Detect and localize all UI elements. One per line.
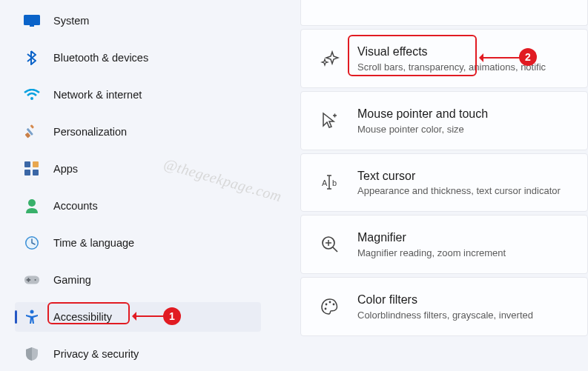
card-title: Color filters bbox=[357, 293, 533, 308]
sidebar-item-label: Network & internet bbox=[53, 89, 142, 101]
sidebar-item-accessibility[interactable]: Accessibility bbox=[15, 302, 261, 332]
card-mouse-pointer[interactable]: Mouse pointer and touch Mouse pointer co… bbox=[300, 91, 588, 150]
sidebar-item-label: Apps bbox=[53, 163, 78, 175]
text-cursor-icon: Ab bbox=[320, 173, 340, 192]
system-icon bbox=[24, 13, 40, 29]
svg-point-18 bbox=[30, 310, 34, 314]
card-title: Mouse pointer and touch bbox=[357, 107, 488, 122]
sidebar-item-label: Gaming bbox=[53, 274, 91, 286]
sidebar-item-time[interactable]: Time & language bbox=[15, 228, 261, 258]
apps-icon bbox=[24, 161, 40, 177]
svg-rect-5 bbox=[30, 124, 35, 129]
card-desc: Mouse pointer color, size bbox=[357, 124, 488, 135]
main-content: Visual effects Scroll bars, transparency… bbox=[271, 0, 588, 371]
svg-rect-7 bbox=[33, 161, 39, 167]
sidebar-item-privacy[interactable]: Privacy & security bbox=[15, 339, 261, 369]
sidebar-item-bluetooth[interactable]: Bluetooth & devices bbox=[15, 43, 261, 73]
sidebar-item-label: Accessibility bbox=[53, 311, 112, 323]
accounts-icon bbox=[24, 198, 40, 214]
card-desc: Appearance and thickness, text cursor in… bbox=[357, 185, 561, 196]
annotation-badge-1: 1 bbox=[163, 307, 181, 325]
palette-icon bbox=[320, 297, 340, 316]
sidebar-item-label: Accounts bbox=[53, 200, 98, 212]
svg-text:A: A bbox=[322, 178, 328, 187]
svg-rect-8 bbox=[24, 170, 30, 176]
svg-point-23 bbox=[329, 301, 331, 304]
sidebar-item-label: Personalization bbox=[53, 126, 127, 138]
sidebar-item-label: System bbox=[53, 15, 89, 27]
card-title: Text cursor bbox=[357, 169, 561, 184]
sidebar-item-label: Time & language bbox=[53, 237, 134, 249]
accessibility-icon bbox=[24, 309, 40, 325]
annotation-arrow-1 bbox=[133, 315, 164, 317]
svg-rect-0 bbox=[24, 15, 40, 25]
wifi-icon bbox=[24, 87, 40, 103]
svg-point-22 bbox=[326, 304, 328, 306]
magnifier-icon bbox=[320, 235, 340, 254]
clock-icon bbox=[24, 235, 40, 251]
sidebar-item-accounts[interactable]: Accounts bbox=[15, 191, 261, 221]
card-title: Magnifier bbox=[357, 230, 506, 246]
card-text-cursor[interactable]: Ab Text cursor Appearance and thickness,… bbox=[300, 153, 588, 213]
svg-rect-6 bbox=[24, 161, 30, 167]
svg-point-25 bbox=[325, 308, 327, 310]
sidebar-item-apps[interactable]: Apps bbox=[15, 154, 261, 184]
sidebar-item-system[interactable]: System bbox=[15, 6, 261, 36]
cursor-icon bbox=[320, 111, 340, 130]
paint-icon bbox=[24, 124, 40, 140]
card-color-filters[interactable]: Color filters Colorblindness filters, gr… bbox=[300, 277, 588, 336]
card-desc: Magnifier reading, zoom increment bbox=[357, 247, 506, 258]
svg-rect-1 bbox=[30, 25, 34, 27]
card-desc: Colorblindness filters, grayscale, inver… bbox=[357, 310, 533, 321]
bluetooth-icon bbox=[24, 50, 40, 66]
svg-text:b: b bbox=[332, 178, 337, 187]
svg-point-2 bbox=[30, 97, 33, 100]
card-text-size[interactable] bbox=[300, 0, 588, 26]
sidebar-item-personalization[interactable]: Personalization bbox=[15, 117, 261, 147]
shield-icon bbox=[24, 346, 40, 362]
card-visual-effects[interactable]: Visual effects Scroll bars, transparency… bbox=[300, 29, 588, 88]
sidebar-item-label: Bluetooth & devices bbox=[53, 52, 148, 64]
gaming-icon bbox=[24, 272, 40, 288]
sidebar-item-gaming[interactable]: Gaming bbox=[15, 265, 261, 295]
svg-rect-9 bbox=[33, 170, 39, 176]
sidebar-item-label: Privacy & security bbox=[53, 348, 139, 360]
sidebar-item-network[interactable]: Network & internet bbox=[15, 80, 261, 110]
svg-point-24 bbox=[333, 304, 335, 306]
svg-point-10 bbox=[28, 199, 36, 207]
annotation-badge-2: 2 bbox=[519, 48, 537, 66]
svg-point-15 bbox=[34, 279, 36, 281]
sparkle-icon bbox=[320, 49, 340, 68]
annotation-arrow-2 bbox=[480, 57, 520, 59]
card-desc: Scroll bars, transparency, animations, n… bbox=[357, 61, 546, 73]
svg-rect-17 bbox=[28, 278, 30, 282]
card-magnifier[interactable]: Magnifier Magnifier reading, zoom increm… bbox=[300, 215, 588, 274]
